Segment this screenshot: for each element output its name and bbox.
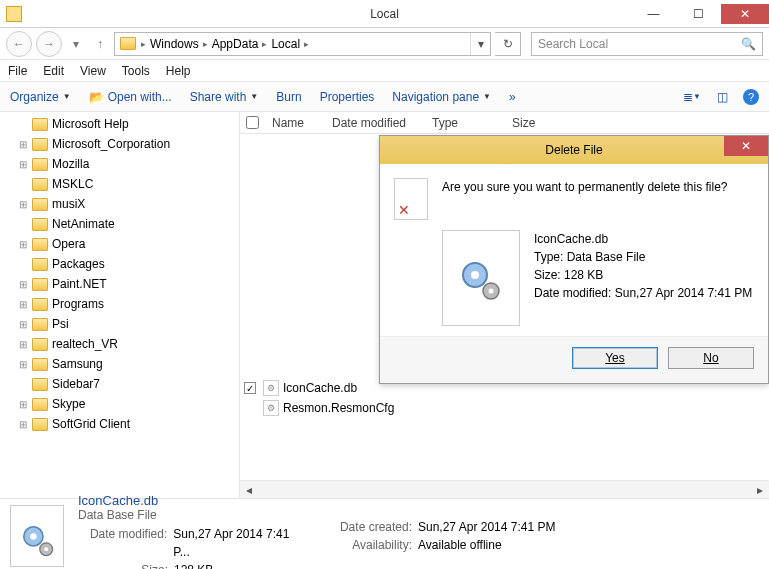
scroll-right-icon[interactable]: ▸ <box>751 483 769 497</box>
address-dropdown[interactable]: ▾ <box>470 33 490 55</box>
file-checkbox[interactable]: ✓ <box>244 382 256 394</box>
gear-icon <box>19 522 59 562</box>
menu-bar: File Edit View Tools Help <box>0 60 769 82</box>
burn-button[interactable]: Burn <box>276 90 301 104</box>
breadcrumb-item[interactable]: Windows <box>146 37 203 51</box>
tree-item[interactable]: Packages <box>0 254 239 274</box>
file-thumb-icon <box>442 230 520 326</box>
expand-icon[interactable]: ⊞ <box>18 399 28 410</box>
db-file-icon: ⚙ <box>263 380 279 396</box>
tree-item[interactable]: ⊞Skype <box>0 394 239 414</box>
tree-item[interactable]: MSKLC <box>0 174 239 194</box>
forward-button[interactable]: → <box>36 31 62 57</box>
col-type[interactable]: Type <box>424 116 504 130</box>
dialog-file-meta: IconCache.db Type: Data Base File Size: … <box>534 230 752 326</box>
expand-icon[interactable]: ⊞ <box>18 199 28 210</box>
file-row[interactable]: ⚙ Resmon.ResmonCfg <box>240 398 769 418</box>
tree-item[interactable]: ⊞SoftGrid Client <box>0 414 239 434</box>
tree-label: musiX <box>52 197 85 211</box>
close-button[interactable]: ✕ <box>721 4 769 24</box>
folder-tree[interactable]: Microsoft Help⊞Microsoft_Corporation⊞Moz… <box>0 112 240 498</box>
expand-icon[interactable]: ⊞ <box>18 319 28 330</box>
col-modified[interactable]: Date modified <box>324 116 424 130</box>
breadcrumb-item[interactable]: Local <box>267 37 304 51</box>
expand-icon[interactable]: ⊞ <box>18 299 28 310</box>
no-button[interactable]: No <box>668 347 754 369</box>
content-pane: Name Date modified Type Size Delete File… <box>240 112 769 498</box>
tree-item[interactable]: ⊞Programs <box>0 294 239 314</box>
menu-file[interactable]: File <box>8 64 27 78</box>
help-icon[interactable]: ? <box>743 89 759 105</box>
menu-help[interactable]: Help <box>166 64 191 78</box>
selectall-checkbox[interactable] <box>246 116 259 129</box>
tree-item[interactable]: Sidebar7 <box>0 374 239 394</box>
address-bar[interactable]: ▸ Windows ▸ AppData ▸ Local ▸ ▾ <box>114 32 491 56</box>
search-input[interactable]: Search Local 🔍 <box>531 32 763 56</box>
tree-item[interactable]: ⊞Mozilla <box>0 154 239 174</box>
expand-icon[interactable]: ⊞ <box>18 159 28 170</box>
col-name[interactable]: Name <box>264 116 324 130</box>
refresh-button[interactable]: ↻ <box>495 32 521 56</box>
expand-icon[interactable]: ⊞ <box>18 279 28 290</box>
openwith-button[interactable]: 📂Open with... <box>89 90 172 104</box>
folder-icon <box>32 298 48 311</box>
navpane-button[interactable]: Navigation pane▼ <box>392 90 491 104</box>
properties-button[interactable]: Properties <box>320 90 375 104</box>
menu-tools[interactable]: Tools <box>122 64 150 78</box>
titlebar: Local — ☐ ✕ <box>0 0 769 28</box>
svg-point-7 <box>44 547 48 551</box>
tree-item[interactable]: ⊞Psi <box>0 314 239 334</box>
expand-icon[interactable]: ⊞ <box>18 139 28 150</box>
search-placeholder: Search Local <box>538 37 608 51</box>
dialog-question: Are you sure you want to permanently del… <box>442 178 728 220</box>
sharewith-button[interactable]: Share with▼ <box>190 90 259 104</box>
svg-point-5 <box>30 533 36 539</box>
recent-dropdown[interactable]: ▾ <box>66 31 86 57</box>
yes-button[interactable]: Yes <box>572 347 658 369</box>
cfg-file-icon: ⚙ <box>263 400 279 416</box>
tree-label: realtech_VR <box>52 337 118 351</box>
scroll-left-icon[interactable]: ◂ <box>240 483 258 497</box>
dialog-filetype: Type: Data Base File <box>534 248 752 266</box>
toolbar: Organize▼ 📂Open with... Share with▼ Burn… <box>0 82 769 112</box>
breadcrumb-item[interactable]: AppData <box>208 37 263 51</box>
col-size[interactable]: Size <box>504 116 564 130</box>
dialog-close-button[interactable]: ✕ <box>724 136 768 156</box>
expand-icon[interactable]: ⊞ <box>18 419 28 430</box>
view-options-icon[interactable]: ≣ ▼ <box>683 89 701 105</box>
dialog-filemodified: Date modified: Sun,27 Apr 2014 7:41 PM <box>534 284 752 302</box>
details-size-label: Size: <box>78 561 168 569</box>
organize-button[interactable]: Organize▼ <box>10 90 71 104</box>
nav-row: ← → ▾ ↑ ▸ Windows ▸ AppData ▸ Local ▸ ▾ … <box>0 28 769 60</box>
menu-view[interactable]: View <box>80 64 106 78</box>
back-button[interactable]: ← <box>6 31 32 57</box>
tree-item[interactable]: ⊞realtech_VR <box>0 334 239 354</box>
tree-item[interactable]: Microsoft Help <box>0 114 239 134</box>
dialog-titlebar: Delete File ✕ <box>380 136 768 164</box>
tree-item[interactable]: NetAnimate <box>0 214 239 234</box>
tree-item[interactable]: ⊞Opera <box>0 234 239 254</box>
tree-item[interactable]: ⊞Paint.NET <box>0 274 239 294</box>
details-size-value: 128 KB <box>174 561 213 569</box>
folder-icon <box>32 378 48 391</box>
minimize-button[interactable]: — <box>631 4 676 24</box>
tree-label: Microsoft_Corporation <box>52 137 170 151</box>
expand-icon[interactable]: ⊞ <box>18 239 28 250</box>
horizontal-scrollbar[interactable]: ◂ ▸ <box>240 480 769 498</box>
svg-point-1 <box>471 271 479 279</box>
folder-icon <box>119 36 137 52</box>
svg-point-3 <box>489 289 494 294</box>
tree-label: Samsung <box>52 357 103 371</box>
maximize-button[interactable]: ☐ <box>676 4 721 24</box>
tree-item[interactable]: ⊞musiX <box>0 194 239 214</box>
expand-icon[interactable]: ⊞ <box>18 339 28 350</box>
up-button[interactable]: ↑ <box>90 31 110 57</box>
toolbar-overflow[interactable]: » <box>509 90 516 104</box>
tree-item[interactable]: ⊞Microsoft_Corporation <box>0 134 239 154</box>
folder-icon <box>32 118 48 131</box>
expand-icon[interactable]: ⊞ <box>18 359 28 370</box>
preview-pane-icon[interactable]: ◫ <box>713 89 731 105</box>
tree-item[interactable]: ⊞Samsung <box>0 354 239 374</box>
dialog-filename: IconCache.db <box>534 230 752 248</box>
menu-edit[interactable]: Edit <box>43 64 64 78</box>
